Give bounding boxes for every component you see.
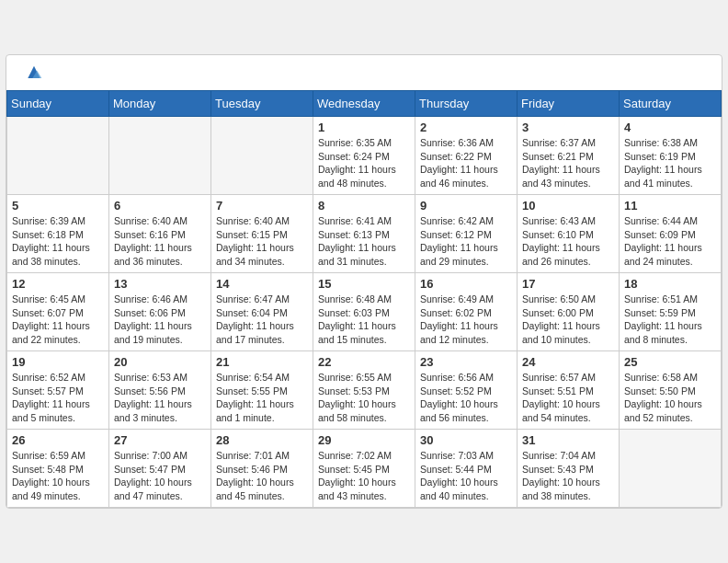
calendar-cell: 10Sunrise: 6:43 AM Sunset: 6:10 PM Dayli… <box>518 195 620 273</box>
calendar-cell: 23Sunrise: 6:56 AM Sunset: 5:52 PM Dayli… <box>415 351 518 430</box>
calendar-cell: 3Sunrise: 6:37 AM Sunset: 6:21 PM Daylig… <box>518 117 620 195</box>
calendar-cell: 16Sunrise: 6:49 AM Sunset: 6:02 PM Dayli… <box>415 273 518 351</box>
calendar-cell: 29Sunrise: 7:02 AM Sunset: 5:45 PM Dayli… <box>313 430 415 508</box>
day-number: 11 <box>624 199 716 213</box>
day-info: Sunrise: 6:49 AM Sunset: 6:02 PM Dayligh… <box>420 293 512 347</box>
calendar-cell <box>109 117 211 195</box>
day-info: Sunrise: 6:54 AM Sunset: 5:55 PM Dayligh… <box>216 371 308 425</box>
calendar-cell: 20Sunrise: 6:53 AM Sunset: 5:56 PM Dayli… <box>109 351 211 430</box>
day-info: Sunrise: 6:48 AM Sunset: 6:03 PM Dayligh… <box>318 293 410 347</box>
day-info: Sunrise: 6:52 AM Sunset: 5:57 PM Dayligh… <box>12 371 104 425</box>
weekday-header-saturday: Saturday <box>620 91 722 117</box>
day-info: Sunrise: 6:59 AM Sunset: 5:48 PM Dayligh… <box>12 449 104 503</box>
day-number: 15 <box>318 277 410 291</box>
calendar-cell: 2Sunrise: 6:36 AM Sunset: 6:22 PM Daylig… <box>415 117 518 195</box>
calendar-cell: 26Sunrise: 6:59 AM Sunset: 5:48 PM Dayli… <box>7 430 109 508</box>
calendar-grid: SundayMondayTuesdayWednesdayThursdayFrid… <box>6 90 722 508</box>
day-number: 16 <box>420 277 512 291</box>
day-info: Sunrise: 6:45 AM Sunset: 6:07 PM Dayligh… <box>12 293 104 347</box>
week-row-5: 26Sunrise: 6:59 AM Sunset: 5:48 PM Dayli… <box>7 430 722 508</box>
day-number: 10 <box>522 199 614 213</box>
week-row-1: 1Sunrise: 6:35 AM Sunset: 6:24 PM Daylig… <box>7 117 722 195</box>
calendar-cell: 7Sunrise: 6:40 AM Sunset: 6:15 PM Daylig… <box>211 195 313 273</box>
day-info: Sunrise: 7:00 AM Sunset: 5:47 PM Dayligh… <box>114 449 206 503</box>
day-number: 25 <box>624 355 716 369</box>
calendar-cell <box>7 117 109 195</box>
calendar-cell: 14Sunrise: 6:47 AM Sunset: 6:04 PM Dayli… <box>211 273 313 351</box>
day-number: 6 <box>114 199 206 213</box>
weekday-header-thursday: Thursday <box>415 91 518 117</box>
day-info: Sunrise: 6:47 AM Sunset: 6:04 PM Dayligh… <box>216 293 308 347</box>
day-number: 19 <box>12 355 104 369</box>
logo-icon <box>25 64 43 83</box>
day-info: Sunrise: 6:36 AM Sunset: 6:22 PM Dayligh… <box>420 136 512 190</box>
day-number: 14 <box>216 277 308 291</box>
calendar-cell <box>620 430 722 508</box>
weekday-header-sunday: Sunday <box>7 91 109 117</box>
calendar-cell <box>211 117 313 195</box>
day-info: Sunrise: 6:56 AM Sunset: 5:52 PM Dayligh… <box>420 371 512 425</box>
day-number: 5 <box>12 199 104 213</box>
day-info: Sunrise: 6:44 AM Sunset: 6:09 PM Dayligh… <box>624 214 716 269</box>
day-number: 18 <box>624 277 716 291</box>
calendar-cell: 18Sunrise: 6:51 AM Sunset: 5:59 PM Dayli… <box>620 273 722 351</box>
weekday-header-row: SundayMondayTuesdayWednesdayThursdayFrid… <box>7 91 722 117</box>
day-number: 8 <box>318 199 410 213</box>
day-info: Sunrise: 6:39 AM Sunset: 6:18 PM Dayligh… <box>12 214 104 269</box>
day-info: Sunrise: 6:42 AM Sunset: 6:12 PM Dayligh… <box>420 214 512 269</box>
day-number: 24 <box>522 355 614 369</box>
calendar-cell: 1Sunrise: 6:35 AM Sunset: 6:24 PM Daylig… <box>313 117 415 195</box>
day-info: Sunrise: 6:41 AM Sunset: 6:13 PM Dayligh… <box>318 214 410 269</box>
day-number: 2 <box>420 121 512 134</box>
calendar-cell: 13Sunrise: 6:46 AM Sunset: 6:06 PM Dayli… <box>109 273 211 351</box>
calendar-cell: 30Sunrise: 7:03 AM Sunset: 5:44 PM Dayli… <box>415 430 518 508</box>
day-number: 3 <box>522 121 614 134</box>
day-number: 31 <box>522 433 614 447</box>
calendar-cell: 5Sunrise: 6:39 AM Sunset: 6:18 PM Daylig… <box>7 195 109 273</box>
day-info: Sunrise: 6:53 AM Sunset: 5:56 PM Dayligh… <box>114 371 206 425</box>
calendar-cell: 24Sunrise: 6:57 AM Sunset: 5:51 PM Dayli… <box>518 351 620 430</box>
day-number: 12 <box>12 277 104 291</box>
week-row-2: 5Sunrise: 6:39 AM Sunset: 6:18 PM Daylig… <box>7 195 722 273</box>
day-number: 29 <box>318 433 410 447</box>
weekday-header-friday: Friday <box>518 91 620 117</box>
calendar-cell: 31Sunrise: 7:04 AM Sunset: 5:43 PM Dayli… <box>518 430 620 508</box>
weekday-header-wednesday: Wednesday <box>313 91 415 117</box>
day-number: 17 <box>522 277 614 291</box>
day-number: 9 <box>420 199 512 213</box>
day-info: Sunrise: 6:40 AM Sunset: 6:15 PM Dayligh… <box>216 214 308 269</box>
day-info: Sunrise: 6:51 AM Sunset: 5:59 PM Dayligh… <box>624 293 716 347</box>
calendar-cell: 9Sunrise: 6:42 AM Sunset: 6:12 PM Daylig… <box>415 195 518 273</box>
day-info: Sunrise: 6:55 AM Sunset: 5:53 PM Dayligh… <box>318 371 410 425</box>
calendar-cell: 25Sunrise: 6:58 AM Sunset: 5:50 PM Dayli… <box>620 351 722 430</box>
day-number: 30 <box>420 433 512 447</box>
weekday-header-monday: Monday <box>109 91 211 117</box>
calendar-cell: 6Sunrise: 6:40 AM Sunset: 6:16 PM Daylig… <box>109 195 211 273</box>
calendar-cell: 4Sunrise: 6:38 AM Sunset: 6:19 PM Daylig… <box>620 117 722 195</box>
day-info: Sunrise: 6:40 AM Sunset: 6:16 PM Dayligh… <box>114 214 206 269</box>
week-row-4: 19Sunrise: 6:52 AM Sunset: 5:57 PM Dayli… <box>7 351 722 430</box>
day-number: 13 <box>114 277 206 291</box>
calendar-cell: 12Sunrise: 6:45 AM Sunset: 6:07 PM Dayli… <box>7 273 109 351</box>
day-info: Sunrise: 6:38 AM Sunset: 6:19 PM Dayligh… <box>624 136 716 190</box>
calendar-cell: 11Sunrise: 6:44 AM Sunset: 6:09 PM Dayli… <box>620 195 722 273</box>
day-number: 23 <box>420 355 512 369</box>
calendar-container: SundayMondayTuesdayWednesdayThursdayFrid… <box>6 54 722 509</box>
weekday-header-tuesday: Tuesday <box>211 91 313 117</box>
calendar-cell: 21Sunrise: 6:54 AM Sunset: 5:55 PM Dayli… <box>211 351 313 430</box>
day-number: 27 <box>114 433 206 447</box>
day-info: Sunrise: 6:50 AM Sunset: 6:00 PM Dayligh… <box>522 293 614 347</box>
day-number: 28 <box>216 433 308 447</box>
day-number: 1 <box>318 121 410 134</box>
day-info: Sunrise: 6:43 AM Sunset: 6:10 PM Dayligh… <box>522 214 614 269</box>
day-number: 20 <box>114 355 206 369</box>
day-info: Sunrise: 6:37 AM Sunset: 6:21 PM Dayligh… <box>522 136 614 190</box>
day-info: Sunrise: 7:04 AM Sunset: 5:43 PM Dayligh… <box>522 449 614 503</box>
day-info: Sunrise: 7:01 AM Sunset: 5:46 PM Dayligh… <box>216 449 308 503</box>
day-info: Sunrise: 6:35 AM Sunset: 6:24 PM Dayligh… <box>318 136 410 190</box>
week-row-3: 12Sunrise: 6:45 AM Sunset: 6:07 PM Dayli… <box>7 273 722 351</box>
day-number: 4 <box>624 121 716 134</box>
day-number: 22 <box>318 355 410 369</box>
calendar-cell: 8Sunrise: 6:41 AM Sunset: 6:13 PM Daylig… <box>313 195 415 273</box>
day-number: 26 <box>12 433 104 447</box>
